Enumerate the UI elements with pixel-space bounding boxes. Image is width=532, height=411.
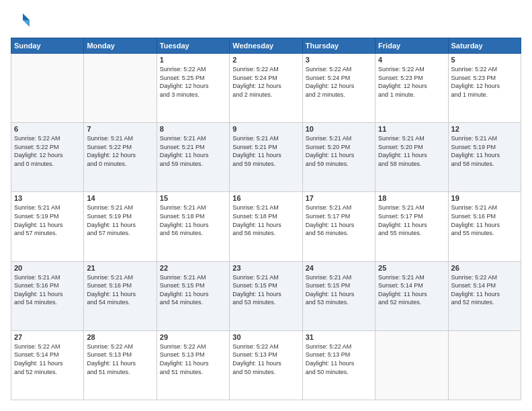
calendar-day-cell: 18Sunrise: 5:21 AM Sunset: 5:17 PM Dayli… — [375, 192, 448, 261]
day-info: Sunrise: 5:21 AM Sunset: 5:21 PM Dayligh… — [160, 134, 226, 168]
calendar-day-cell: 6Sunrise: 5:22 AM Sunset: 5:22 PM Daylig… — [11, 123, 84, 192]
day-number: 13 — [14, 194, 81, 202]
calendar-header-row: SundayMondayTuesdayWednesdayThursdayFrid… — [11, 38, 521, 54]
calendar-week-row: 13Sunrise: 5:21 AM Sunset: 5:19 PM Dayli… — [11, 192, 521, 261]
calendar-day-cell: 14Sunrise: 5:21 AM Sunset: 5:19 PM Dayli… — [84, 192, 157, 261]
header — [11, 11, 521, 31]
calendar-day-cell — [84, 54, 157, 123]
day-number: 7 — [87, 125, 153, 133]
calendar-day-cell: 4Sunrise: 5:22 AM Sunset: 5:23 PM Daylig… — [375, 54, 448, 123]
weekday-header: Tuesday — [157, 38, 229, 54]
calendar-day-cell: 13Sunrise: 5:21 AM Sunset: 5:19 PM Dayli… — [11, 192, 84, 261]
day-number: 3 — [306, 56, 372, 64]
day-number: 27 — [14, 333, 81, 341]
day-info: Sunrise: 5:21 AM Sunset: 5:17 PM Dayligh… — [378, 203, 445, 237]
day-number: 30 — [232, 333, 299, 341]
calendar-day-cell: 27Sunrise: 5:22 AM Sunset: 5:14 PM Dayli… — [11, 330, 84, 400]
calendar-day-cell — [375, 330, 448, 400]
calendar-day-cell: 5Sunrise: 5:22 AM Sunset: 5:23 PM Daylig… — [448, 54, 521, 123]
calendar-day-cell: 17Sunrise: 5:21 AM Sunset: 5:17 PM Dayli… — [302, 192, 375, 261]
calendar-day-cell: 28Sunrise: 5:22 AM Sunset: 5:13 PM Dayli… — [84, 330, 157, 400]
day-info: Sunrise: 5:22 AM Sunset: 5:25 PM Dayligh… — [160, 65, 226, 99]
day-number: 29 — [160, 333, 226, 341]
calendar-week-row: 20Sunrise: 5:21 AM Sunset: 5:16 PM Dayli… — [11, 261, 521, 330]
calendar-day-cell: 21Sunrise: 5:21 AM Sunset: 5:16 PM Dayli… — [84, 261, 157, 330]
day-info: Sunrise: 5:22 AM Sunset: 5:13 PM Dayligh… — [160, 342, 226, 376]
calendar-day-cell: 3Sunrise: 5:22 AM Sunset: 5:24 PM Daylig… — [302, 54, 375, 123]
page: SundayMondayTuesdayWednesdayThursdayFrid… — [0, 0, 532, 411]
calendar-day-cell: 29Sunrise: 5:22 AM Sunset: 5:13 PM Dayli… — [157, 330, 229, 400]
svg-marker-1 — [23, 20, 30, 27]
day-number: 21 — [87, 264, 153, 272]
day-info: Sunrise: 5:22 AM Sunset: 5:13 PM Dayligh… — [87, 342, 153, 376]
day-info: Sunrise: 5:21 AM Sunset: 5:14 PM Dayligh… — [378, 273, 445, 307]
calendar-day-cell: 26Sunrise: 5:22 AM Sunset: 5:14 PM Dayli… — [448, 261, 521, 330]
day-info: Sunrise: 5:22 AM Sunset: 5:23 PM Dayligh… — [378, 65, 445, 99]
day-number: 2 — [232, 56, 299, 64]
day-info: Sunrise: 5:22 AM Sunset: 5:24 PM Dayligh… — [306, 65, 372, 99]
day-info: Sunrise: 5:21 AM Sunset: 5:20 PM Dayligh… — [378, 134, 445, 168]
day-info: Sunrise: 5:21 AM Sunset: 5:15 PM Dayligh… — [306, 273, 372, 307]
calendar-day-cell: 30Sunrise: 5:22 AM Sunset: 5:13 PM Dayli… — [230, 330, 302, 400]
day-number: 25 — [378, 264, 445, 272]
day-info: Sunrise: 5:21 AM Sunset: 5:15 PM Dayligh… — [232, 273, 299, 307]
calendar-day-cell: 24Sunrise: 5:21 AM Sunset: 5:15 PM Dayli… — [302, 261, 375, 330]
calendar-day-cell: 7Sunrise: 5:21 AM Sunset: 5:22 PM Daylig… — [84, 123, 157, 192]
day-number: 4 — [378, 56, 445, 64]
calendar-day-cell: 16Sunrise: 5:21 AM Sunset: 5:18 PM Dayli… — [230, 192, 302, 261]
day-info: Sunrise: 5:22 AM Sunset: 5:14 PM Dayligh… — [451, 273, 518, 307]
day-info: Sunrise: 5:22 AM Sunset: 5:24 PM Dayligh… — [232, 65, 299, 99]
day-number: 11 — [378, 125, 445, 133]
day-number: 17 — [306, 194, 372, 202]
weekday-header: Sunday — [11, 38, 84, 54]
calendar-week-row: 27Sunrise: 5:22 AM Sunset: 5:14 PM Dayli… — [11, 330, 521, 400]
calendar-day-cell — [448, 330, 521, 400]
day-info: Sunrise: 5:21 AM Sunset: 5:22 PM Dayligh… — [87, 134, 153, 168]
calendar-day-cell: 1Sunrise: 5:22 AM Sunset: 5:25 PM Daylig… — [157, 54, 229, 123]
day-number: 23 — [232, 264, 299, 272]
calendar-day-cell: 25Sunrise: 5:21 AM Sunset: 5:14 PM Dayli… — [375, 261, 448, 330]
day-info: Sunrise: 5:22 AM Sunset: 5:13 PM Dayligh… — [232, 342, 299, 376]
day-info: Sunrise: 5:21 AM Sunset: 5:19 PM Dayligh… — [87, 203, 153, 237]
calendar-table: SundayMondayTuesdayWednesdayThursdayFrid… — [11, 38, 521, 400]
day-info: Sunrise: 5:22 AM Sunset: 5:23 PM Dayligh… — [451, 65, 518, 99]
day-info: Sunrise: 5:22 AM Sunset: 5:14 PM Dayligh… — [14, 342, 81, 376]
calendar-day-cell: 2Sunrise: 5:22 AM Sunset: 5:24 PM Daylig… — [230, 54, 302, 123]
day-number: 22 — [160, 264, 226, 272]
weekday-header: Wednesday — [230, 38, 302, 54]
day-info: Sunrise: 5:21 AM Sunset: 5:21 PM Dayligh… — [232, 134, 299, 168]
day-number: 6 — [14, 125, 81, 133]
day-info: Sunrise: 5:21 AM Sunset: 5:16 PM Dayligh… — [451, 203, 518, 237]
calendar-day-cell: 22Sunrise: 5:21 AM Sunset: 5:15 PM Dayli… — [157, 261, 229, 330]
svg-marker-0 — [23, 13, 30, 20]
day-info: Sunrise: 5:21 AM Sunset: 5:15 PM Dayligh… — [160, 273, 226, 307]
logo-icon — [11, 11, 31, 31]
logo — [11, 11, 34, 31]
day-number: 12 — [451, 125, 518, 133]
day-number: 28 — [87, 333, 153, 341]
weekday-header: Monday — [84, 38, 157, 54]
calendar-day-cell: 23Sunrise: 5:21 AM Sunset: 5:15 PM Dayli… — [230, 261, 302, 330]
day-number: 24 — [306, 264, 372, 272]
calendar-day-cell: 31Sunrise: 5:22 AM Sunset: 5:13 PM Dayli… — [302, 330, 375, 400]
weekday-header: Thursday — [302, 38, 375, 54]
calendar-day-cell: 15Sunrise: 5:21 AM Sunset: 5:18 PM Dayli… — [157, 192, 229, 261]
calendar-day-cell: 8Sunrise: 5:21 AM Sunset: 5:21 PM Daylig… — [157, 123, 229, 192]
calendar-day-cell: 20Sunrise: 5:21 AM Sunset: 5:16 PM Dayli… — [11, 261, 84, 330]
calendar-day-cell: 9Sunrise: 5:21 AM Sunset: 5:21 PM Daylig… — [230, 123, 302, 192]
day-number: 19 — [451, 194, 518, 202]
day-info: Sunrise: 5:21 AM Sunset: 5:20 PM Dayligh… — [306, 134, 372, 168]
day-number: 14 — [87, 194, 153, 202]
day-number: 31 — [306, 333, 372, 341]
day-info: Sunrise: 5:22 AM Sunset: 5:22 PM Dayligh… — [14, 134, 81, 168]
day-number: 5 — [451, 56, 518, 64]
day-info: Sunrise: 5:21 AM Sunset: 5:16 PM Dayligh… — [87, 273, 153, 307]
calendar-day-cell: 12Sunrise: 5:21 AM Sunset: 5:19 PM Dayli… — [448, 123, 521, 192]
day-number: 20 — [14, 264, 81, 272]
calendar-day-cell: 10Sunrise: 5:21 AM Sunset: 5:20 PM Dayli… — [302, 123, 375, 192]
day-info: Sunrise: 5:22 AM Sunset: 5:13 PM Dayligh… — [306, 342, 372, 376]
day-info: Sunrise: 5:21 AM Sunset: 5:18 PM Dayligh… — [232, 203, 299, 237]
weekday-header: Friday — [375, 38, 448, 54]
day-info: Sunrise: 5:21 AM Sunset: 5:17 PM Dayligh… — [306, 203, 372, 237]
calendar-day-cell: 19Sunrise: 5:21 AM Sunset: 5:16 PM Dayli… — [448, 192, 521, 261]
